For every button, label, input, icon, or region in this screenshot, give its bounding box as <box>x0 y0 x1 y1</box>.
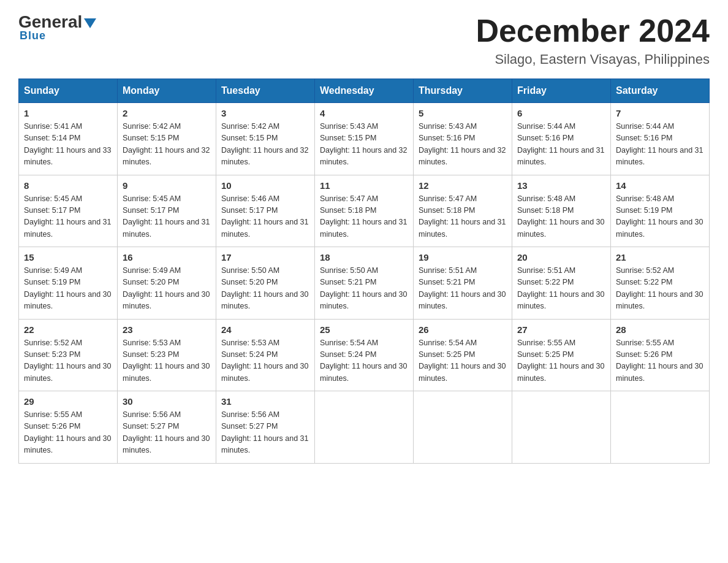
col-header-saturday: Saturday <box>611 79 710 103</box>
calendar-cell: 16Sunrise: 5:49 AMSunset: 5:20 PMDayligh… <box>118 247 216 320</box>
day-info: Sunrise: 5:49 AMSunset: 5:20 PMDaylight:… <box>123 265 211 313</box>
day-number: 9 <box>123 180 211 191</box>
day-number: 10 <box>221 180 309 191</box>
calendar-cell: 11Sunrise: 5:47 AMSunset: 5:18 PMDayligh… <box>315 175 414 247</box>
day-number: 14 <box>616 180 704 191</box>
day-number: 13 <box>517 180 605 191</box>
day-number: 2 <box>123 108 211 118</box>
day-number: 4 <box>320 108 408 118</box>
day-number: 1 <box>24 108 112 118</box>
day-number: 12 <box>419 180 507 191</box>
day-info: Sunrise: 5:44 AMSunset: 5:16 PMDaylight:… <box>616 121 704 169</box>
calendar-cell <box>315 391 414 464</box>
calendar-cell: 8Sunrise: 5:45 AMSunset: 5:17 PMDaylight… <box>19 175 118 247</box>
calendar-week-row: 1Sunrise: 5:41 AMSunset: 5:14 PMDaylight… <box>19 103 710 175</box>
day-info: Sunrise: 5:43 AMSunset: 5:16 PMDaylight:… <box>419 121 507 169</box>
col-header-friday: Friday <box>512 79 611 103</box>
day-info: Sunrise: 5:45 AMSunset: 5:17 PMDaylight:… <box>123 193 211 241</box>
day-number: 29 <box>24 396 112 407</box>
day-number: 15 <box>24 252 112 262</box>
day-info: Sunrise: 5:50 AMSunset: 5:21 PMDaylight:… <box>320 265 408 313</box>
day-number: 5 <box>419 108 507 118</box>
day-info: Sunrise: 5:41 AMSunset: 5:14 PMDaylight:… <box>24 121 112 169</box>
day-info: Sunrise: 5:42 AMSunset: 5:15 PMDaylight:… <box>221 121 309 169</box>
day-info: Sunrise: 5:54 AMSunset: 5:24 PMDaylight:… <box>320 337 408 385</box>
calendar-cell: 7Sunrise: 5:44 AMSunset: 5:16 PMDaylight… <box>611 103 710 175</box>
day-number: 19 <box>419 252 507 262</box>
calendar-cell: 26Sunrise: 5:54 AMSunset: 5:25 PMDayligh… <box>414 319 512 391</box>
day-number: 8 <box>24 180 112 191</box>
day-number: 23 <box>123 324 211 335</box>
day-number: 6 <box>517 108 605 118</box>
day-info: Sunrise: 5:48 AMSunset: 5:19 PMDaylight:… <box>616 193 704 241</box>
day-info: Sunrise: 5:56 AMSunset: 5:27 PMDaylight:… <box>123 409 211 457</box>
day-number: 20 <box>517 252 605 262</box>
day-info: Sunrise: 5:43 AMSunset: 5:15 PMDaylight:… <box>320 121 408 169</box>
day-info: Sunrise: 5:55 AMSunset: 5:26 PMDaylight:… <box>616 337 704 385</box>
calendar-cell: 30Sunrise: 5:56 AMSunset: 5:27 PMDayligh… <box>118 391 216 464</box>
day-number: 21 <box>616 252 704 262</box>
logo-blue-label: Blue <box>18 29 46 42</box>
calendar-cell: 28Sunrise: 5:55 AMSunset: 5:26 PMDayligh… <box>611 319 710 391</box>
calendar-cell <box>512 391 611 464</box>
calendar-cell: 29Sunrise: 5:55 AMSunset: 5:26 PMDayligh… <box>19 391 118 464</box>
day-info: Sunrise: 5:42 AMSunset: 5:15 PMDaylight:… <box>123 121 211 169</box>
day-number: 25 <box>320 324 408 335</box>
calendar-cell: 15Sunrise: 5:49 AMSunset: 5:19 PMDayligh… <box>19 247 118 320</box>
day-info: Sunrise: 5:46 AMSunset: 5:17 PMDaylight:… <box>221 193 309 241</box>
col-header-thursday: Thursday <box>414 79 512 103</box>
day-number: 22 <box>24 324 112 335</box>
day-info: Sunrise: 5:55 AMSunset: 5:26 PMDaylight:… <box>24 409 112 457</box>
day-info: Sunrise: 5:49 AMSunset: 5:19 PMDaylight:… <box>24 265 112 313</box>
day-info: Sunrise: 5:52 AMSunset: 5:22 PMDaylight:… <box>616 265 704 313</box>
day-number: 31 <box>221 396 309 407</box>
calendar-cell <box>611 391 710 464</box>
day-number: 26 <box>419 324 507 335</box>
calendar-cell: 6Sunrise: 5:44 AMSunset: 5:16 PMDaylight… <box>512 103 611 175</box>
calendar-cell: 24Sunrise: 5:53 AMSunset: 5:24 PMDayligh… <box>216 319 315 391</box>
calendar-cell: 20Sunrise: 5:51 AMSunset: 5:22 PMDayligh… <box>512 247 611 320</box>
col-header-monday: Monday <box>118 79 216 103</box>
col-header-tuesday: Tuesday <box>216 79 315 103</box>
calendar-cell: 31Sunrise: 5:56 AMSunset: 5:27 PMDayligh… <box>216 391 315 464</box>
calendar-cell: 4Sunrise: 5:43 AMSunset: 5:15 PMDaylight… <box>315 103 414 175</box>
calendar-table: SundayMondayTuesdayWednesdayThursdayFrid… <box>18 79 710 464</box>
calendar-week-row: 8Sunrise: 5:45 AMSunset: 5:17 PMDaylight… <box>19 175 710 247</box>
page-header: General Blue December 2024 Silago, Easte… <box>18 12 710 67</box>
day-info: Sunrise: 5:51 AMSunset: 5:21 PMDaylight:… <box>419 265 507 313</box>
day-info: Sunrise: 5:50 AMSunset: 5:20 PMDaylight:… <box>221 265 309 313</box>
day-info: Sunrise: 5:47 AMSunset: 5:18 PMDaylight:… <box>320 193 408 241</box>
day-info: Sunrise: 5:51 AMSunset: 5:22 PMDaylight:… <box>517 265 605 313</box>
calendar-week-row: 22Sunrise: 5:52 AMSunset: 5:23 PMDayligh… <box>19 319 710 391</box>
day-info: Sunrise: 5:48 AMSunset: 5:18 PMDaylight:… <box>517 193 605 241</box>
logo-triangle-icon <box>84 18 96 28</box>
calendar-cell: 3Sunrise: 5:42 AMSunset: 5:15 PMDaylight… <box>216 103 315 175</box>
day-info: Sunrise: 5:52 AMSunset: 5:23 PMDaylight:… <box>24 337 112 385</box>
day-info: Sunrise: 5:47 AMSunset: 5:18 PMDaylight:… <box>419 193 507 241</box>
month-title: December 2024 <box>476 12 710 49</box>
calendar-cell: 17Sunrise: 5:50 AMSunset: 5:20 PMDayligh… <box>216 247 315 320</box>
calendar-header-row: SundayMondayTuesdayWednesdayThursdayFrid… <box>19 79 710 103</box>
calendar-cell: 19Sunrise: 5:51 AMSunset: 5:21 PMDayligh… <box>414 247 512 320</box>
day-number: 3 <box>221 108 309 118</box>
day-info: Sunrise: 5:53 AMSunset: 5:23 PMDaylight:… <box>123 337 211 385</box>
calendar-cell: 14Sunrise: 5:48 AMSunset: 5:19 PMDayligh… <box>611 175 710 247</box>
day-number: 24 <box>221 324 309 335</box>
calendar-cell: 13Sunrise: 5:48 AMSunset: 5:18 PMDayligh… <box>512 175 611 247</box>
calendar-cell: 23Sunrise: 5:53 AMSunset: 5:23 PMDayligh… <box>118 319 216 391</box>
calendar-cell: 1Sunrise: 5:41 AMSunset: 5:14 PMDaylight… <box>19 103 118 175</box>
calendar-cell: 12Sunrise: 5:47 AMSunset: 5:18 PMDayligh… <box>414 175 512 247</box>
calendar-cell: 9Sunrise: 5:45 AMSunset: 5:17 PMDaylight… <box>118 175 216 247</box>
day-info: Sunrise: 5:44 AMSunset: 5:16 PMDaylight:… <box>517 121 605 169</box>
day-info: Sunrise: 5:53 AMSunset: 5:24 PMDaylight:… <box>221 337 309 385</box>
logo: General Blue <box>18 12 96 42</box>
day-number: 30 <box>123 396 211 407</box>
day-number: 28 <box>616 324 704 335</box>
day-info: Sunrise: 5:55 AMSunset: 5:25 PMDaylight:… <box>517 337 605 385</box>
calendar-cell: 22Sunrise: 5:52 AMSunset: 5:23 PMDayligh… <box>19 319 118 391</box>
calendar-cell: 25Sunrise: 5:54 AMSunset: 5:24 PMDayligh… <box>315 319 414 391</box>
day-info: Sunrise: 5:45 AMSunset: 5:17 PMDaylight:… <box>24 193 112 241</box>
col-header-wednesday: Wednesday <box>315 79 414 103</box>
col-header-sunday: Sunday <box>19 79 118 103</box>
calendar-cell: 18Sunrise: 5:50 AMSunset: 5:21 PMDayligh… <box>315 247 414 320</box>
